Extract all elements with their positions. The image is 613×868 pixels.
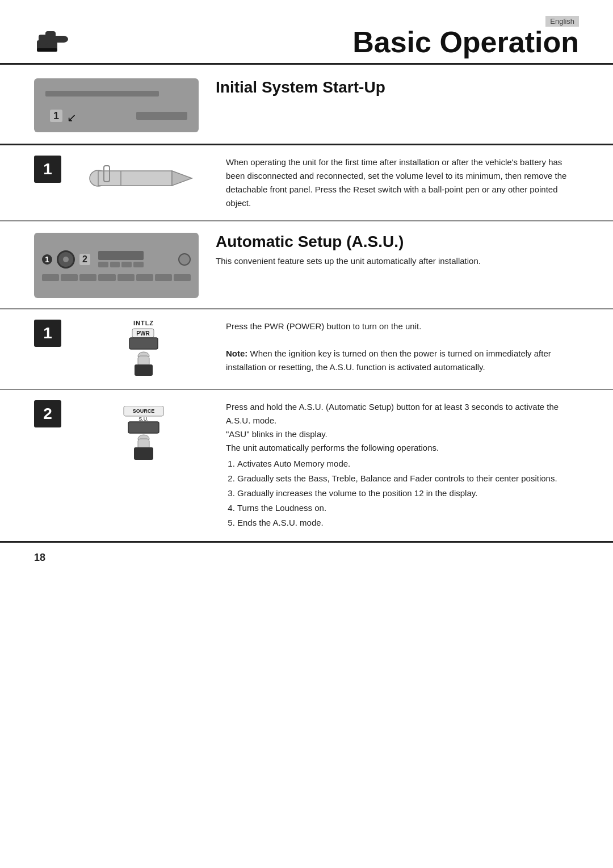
page-header: English Basic Operation xyxy=(0,0,613,65)
asu-step2-text: Press and hold the A.S.U. (Automatic Set… xyxy=(226,400,579,531)
asu-num1: 1 xyxy=(42,254,52,265)
svg-rect-13 xyxy=(129,338,158,349)
page-number: 18 xyxy=(0,543,613,573)
asu-device-image: 1 2 xyxy=(34,233,199,298)
svg-rect-16 xyxy=(135,364,153,376)
note-text: When the ignition key is turned on then … xyxy=(226,349,551,372)
svg-rect-1 xyxy=(37,48,57,52)
startup-title-block: Initial System Start-Up xyxy=(216,78,385,102)
device-step-num: 1 xyxy=(50,110,62,122)
reset-pen-illustration xyxy=(87,158,200,198)
step2-text3: The unit automatically performs the foll… xyxy=(226,441,579,455)
step-reset-row: 1 When operating the unit for the first … xyxy=(0,145,613,221)
finger-icon xyxy=(34,19,74,58)
initial-startup-section: 1 ↙ Initial System Start-Up xyxy=(0,65,613,145)
asu-description: This convenient feature sets up the unit… xyxy=(216,254,481,268)
asu-step-2-number: 2 xyxy=(34,400,61,427)
svg-text:PWR: PWR xyxy=(136,330,150,337)
startup-device-image: 1 ↙ xyxy=(34,78,199,132)
svg-rect-20 xyxy=(128,422,159,433)
source-image-area: SOURCE S.U. xyxy=(78,400,209,463)
list-item: Turns the Loudness on. xyxy=(237,501,579,515)
step2-main-text: Press and hold the A.S.U. (Automatic Set… xyxy=(226,400,579,427)
pen-image-area xyxy=(78,156,209,201)
asu-section: 1 2 xyxy=(0,221,613,309)
pwr-image-area: INTLZ PWR xyxy=(78,320,209,379)
asu-device-top: 1 2 xyxy=(42,250,191,269)
svg-text:SOURCE: SOURCE xyxy=(133,408,155,414)
step-1-number: 1 xyxy=(34,156,61,183)
asu-title-block: Automatic Setup (A.S.U.) This convenient… xyxy=(216,233,481,268)
device-slot xyxy=(45,91,159,97)
step-1-text: When operating the unit for the first ti… xyxy=(226,156,579,210)
intlz-label: INTLZ xyxy=(133,320,154,326)
device-illustration: 1 ↙ xyxy=(34,78,199,132)
list-item: Ends the A.S.U. mode. xyxy=(237,516,579,530)
title-block: English Basic Operation xyxy=(85,16,579,58)
source-button-illustration: SOURCE S.U. xyxy=(118,406,169,463)
svg-marker-8 xyxy=(172,171,192,186)
asu-knob xyxy=(57,250,75,269)
asu-knob-inner xyxy=(63,257,69,262)
asu-step1-row: 1 INTLZ PWR Press the PWR (POWER) button… xyxy=(0,309,613,390)
asu-step-1-number: 1 xyxy=(34,320,61,347)
asu-section-title: Automatic Setup (A.S.U.) xyxy=(216,233,481,251)
list-item: Gradually increases the volume to the po… xyxy=(237,487,579,500)
asu-step1-text: Press the PWR (POWER) button to turn on … xyxy=(226,320,579,374)
list-item: Activates Auto Memory mode. xyxy=(237,457,579,471)
note-label: Note: xyxy=(226,349,247,358)
svg-point-5 xyxy=(59,36,68,43)
step2-operations-list: Activates Auto Memory mode. Gradually se… xyxy=(237,457,579,530)
startup-section-title: Initial System Start-Up xyxy=(216,78,385,97)
svg-rect-23 xyxy=(134,447,153,460)
svg-rect-4 xyxy=(39,35,48,45)
page-title: Basic Operation xyxy=(85,26,579,58)
list-item: Gradually sets the Bass, Treble, Balance… xyxy=(237,472,579,485)
asu-num2: 2 xyxy=(79,254,90,265)
pwr-press-illustration: PWR xyxy=(121,328,166,379)
pwr-button-illustration: INTLZ PWR xyxy=(121,320,166,379)
svg-text:S.U.: S.U. xyxy=(138,416,149,422)
device-display xyxy=(136,112,187,120)
step2-text2: "ASU" blinks in the display. xyxy=(226,427,579,441)
reset-arrow: ↙ xyxy=(67,111,77,124)
language-label: English xyxy=(545,16,579,27)
source-press-illustration: SOURCE S.U. xyxy=(118,406,169,463)
asu-device-box: 1 2 xyxy=(34,233,199,298)
asu-step2-row: 2 SOURCE S.U. Press and hold the A.S.U. … xyxy=(0,390,613,543)
